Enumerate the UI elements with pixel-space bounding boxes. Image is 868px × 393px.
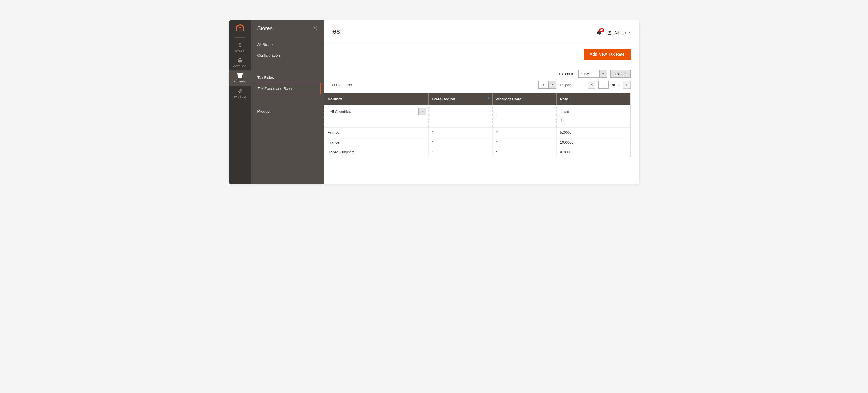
flyout-title: Stores (257, 26, 273, 32)
cell-state: * (429, 128, 492, 137)
per-page-value: 20 (538, 81, 548, 89)
admin-rail: $ SALES CATALOG STORES SYSTEM (229, 20, 251, 184)
flyout-separator (251, 94, 324, 106)
rail-item-sales[interactable]: $ SALES (229, 39, 251, 55)
page-number-input[interactable] (598, 80, 609, 89)
filter-zip-input[interactable] (495, 108, 554, 115)
rail-label: STORES (234, 80, 246, 83)
per-page-control: 20 per page (538, 81, 574, 89)
sort-asc-icon: ↓ (488, 96, 490, 100)
chevron-down-icon (599, 70, 607, 77)
export-format-select[interactable]: CSV (578, 70, 607, 78)
chevron-down-icon (548, 81, 556, 89)
records-found-text: cords found (332, 83, 352, 87)
next-page-button[interactable] (623, 80, 630, 89)
cell-country: United Kingdom (324, 148, 429, 157)
flyout-separator (251, 61, 324, 72)
page-title: es (332, 27, 340, 36)
export-format-value: CSV (579, 70, 599, 77)
cell-rate: 8.0000 (556, 148, 630, 157)
store-icon (237, 72, 243, 79)
cell-country: France (324, 137, 429, 147)
gear-icon (237, 88, 243, 94)
of-label: of (612, 83, 615, 87)
add-new-tax-rate-button[interactable]: Add New Tax Rate (584, 49, 630, 60)
chevron-down-icon (628, 31, 630, 34)
cell-country: France (324, 128, 429, 137)
filter-state-input[interactable] (431, 108, 490, 115)
top-actions: 45 Admin (597, 30, 630, 36)
flyout-item-product[interactable]: Product (251, 106, 324, 117)
box-icon (237, 57, 243, 64)
filter-rate-from-input[interactable] (559, 108, 628, 115)
user-menu[interactable]: Admin (607, 30, 630, 35)
chevron-down-icon (418, 108, 426, 115)
col-rate[interactable]: Rate (556, 93, 630, 105)
cell-zip: * (492, 137, 556, 147)
app-window: $ SALES CATALOG STORES SYSTEM Stores (229, 20, 639, 184)
rail-label: SYSTEM (234, 95, 246, 98)
col-label: State/Region (432, 97, 455, 101)
flyout-item-configuration[interactable]: Configuration (251, 50, 324, 61)
chevron-left-icon (591, 83, 593, 86)
per-page-select[interactable]: 20 (538, 81, 556, 89)
svg-text:$: $ (239, 43, 242, 47)
close-icon[interactable] (313, 26, 317, 31)
export-label: Export to: (559, 72, 576, 76)
flyout-item-tax-rules[interactable]: Tax Rules (251, 72, 324, 83)
prev-page-button[interactable] (588, 80, 595, 89)
cell-rate: 5.0000 (556, 128, 630, 137)
cell-state: * (429, 148, 492, 157)
rail-label: SALES (235, 49, 244, 52)
col-zip[interactable]: Zip/Post Code (492, 93, 556, 105)
rail-item-system[interactable]: SYSTEM (229, 86, 251, 101)
flyout-item-all-stores[interactable]: All Stores (251, 39, 324, 50)
per-page-label: per page (559, 83, 574, 87)
flyout-item-tax-zones-rates[interactable]: Tax Zones and Rates (254, 83, 321, 94)
cell-zip: * (492, 148, 556, 157)
notification-badge: 45 (599, 28, 604, 32)
notifications-button[interactable]: 45 (597, 30, 601, 36)
col-country[interactable]: Country (324, 93, 429, 105)
cell-state: * (429, 137, 492, 147)
chevron-right-icon (626, 83, 628, 86)
col-state[interactable]: State/Region ↓ (429, 93, 492, 105)
viewport: $ SALES CATALOG STORES SYSTEM Stores (229, 20, 639, 184)
user-label: Admin (614, 30, 626, 35)
filter-rate-to-input[interactable] (559, 117, 628, 124)
user-icon (607, 30, 612, 35)
total-pages: 1 (618, 83, 620, 87)
dollar-icon: $ (237, 42, 243, 48)
export-button[interactable]: Export (610, 70, 630, 78)
filter-country-value: All Countries (327, 108, 418, 115)
rail-label: CATALOG (234, 65, 247, 68)
rail-item-stores[interactable]: STORES (229, 70, 251, 86)
filter-country-select[interactable]: All Countries (327, 108, 426, 116)
cell-zip: * (492, 128, 556, 137)
cell-rate: 10.0000 (556, 137, 630, 147)
magento-logo[interactable] (229, 20, 251, 36)
stores-flyout: Stores All Stores Configuration Tax Rule… (251, 20, 324, 184)
rail-item-catalog[interactable]: CATALOG (229, 55, 251, 70)
